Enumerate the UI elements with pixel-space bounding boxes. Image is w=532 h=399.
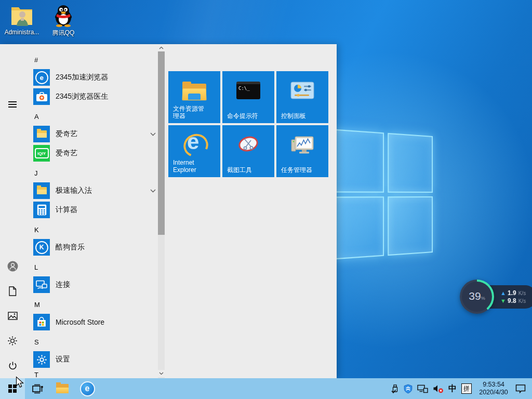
usb-device-icon[interactable] (391, 384, 399, 394)
app-list-folder-jisu-ime[interactable]: 极速输入法 (33, 182, 158, 199)
documents-button[interactable] (0, 283, 25, 299)
taskbar-browser-button[interactable]: e (75, 378, 100, 399)
app-list-section[interactable]: S (34, 338, 158, 346)
taskbar-file-explorer-button[interactable] (50, 378, 75, 399)
app-list-item-kugou[interactable]: K 酷狗音乐 (33, 239, 158, 256)
tile-control-panel[interactable]: 控制面板 (276, 71, 328, 123)
chevron-down-icon[interactable] (150, 189, 156, 193)
2345-doctor-icon (33, 88, 50, 105)
browser-e-icon: e (80, 381, 95, 396)
chevron-up-icon (159, 46, 164, 49)
desktop-icons: Administra... 腾讯QQ (2, 4, 83, 37)
taskbar-clock[interactable]: 9:53:54 2020/4/30 (476, 381, 511, 396)
section-letter: J (34, 169, 38, 177)
power-button[interactable] (0, 357, 25, 374)
app-list-section[interactable]: A (34, 112, 158, 121)
taskbar: e 中 拼 9 (0, 378, 532, 399)
section-letter: A (34, 113, 39, 121)
app-list-item-settings[interactable]: 设置 (33, 351, 158, 368)
desktop-icon-administrator[interactable]: Administra... (2, 4, 42, 37)
ime-mode-indicator[interactable]: 拼 (461, 383, 472, 394)
app-list-section[interactable]: K (34, 225, 158, 234)
command-prompt-icon: C:\_ (222, 82, 274, 99)
internet-explorer-icon: e (168, 131, 220, 156)
settings-rail-button[interactable] (0, 332, 25, 349)
app-list-section[interactable]: J (34, 169, 158, 177)
desktop-icon-label: 腾讯QQ (52, 29, 75, 37)
section-letter: K (34, 226, 39, 234)
pictures-icon (8, 312, 18, 320)
download-unit: K/s (518, 298, 526, 304)
chevron-down-icon[interactable] (150, 132, 156, 136)
upload-speed-row: ▲ 1.9 K/s (500, 289, 532, 297)
tile-internet-explorer[interactable]: e Internet Explorer (168, 125, 220, 177)
logo-pane (388, 196, 433, 256)
mouse-cursor (16, 376, 25, 390)
app-list-scrollbar[interactable] (158, 44, 165, 378)
folder-group-icon (33, 182, 50, 199)
upload-arrow-icon: ▲ (500, 290, 506, 296)
scroll-down-button[interactable] (158, 370, 165, 377)
section-letter: M (34, 301, 40, 309)
settings-app-icon (33, 351, 50, 368)
tile-command-prompt[interactable]: C:\_ 命令提示符 (222, 71, 274, 123)
download-value: 9.8 (508, 297, 516, 304)
logo-pane (332, 196, 383, 260)
app-list-item-iqiyi[interactable]: iQIY 爱奇艺 (33, 145, 158, 162)
qq-penguin-icon (51, 4, 75, 27)
app-list-item-connect[interactable]: 连接 (33, 276, 158, 293)
app-list-section[interactable]: M (34, 300, 158, 309)
app-list-item-2345-doctor[interactable]: 2345浏览器医生 (33, 88, 158, 105)
network-icon[interactable] (417, 384, 428, 393)
folder-icon (56, 384, 69, 393)
app-list-section[interactable]: T (34, 370, 158, 378)
user-account-button[interactable] (0, 258, 25, 274)
app-list-item-calculator[interactable]: 计算器 (33, 202, 158, 218)
pictures-button[interactable] (0, 308, 25, 324)
section-letter: L (34, 263, 38, 271)
security-shield-icon[interactable] (404, 384, 413, 394)
action-center-icon[interactable] (515, 384, 526, 393)
app-list-folder-iqiyi[interactable]: 爱奇艺 (33, 126, 158, 142)
ime-language-indicator[interactable]: 中 (448, 383, 457, 394)
app-list-section[interactable]: L (34, 263, 158, 271)
app-list-item-microsoft-store[interactable]: Microsoft Store (33, 314, 158, 330)
wallpaper-windows-logo (332, 129, 433, 259)
upload-value: 1.9 (508, 289, 516, 297)
expand-menu-button[interactable] (0, 96, 25, 113)
upload-unit: K/s (518, 290, 526, 296)
kugou-icon: K (33, 239, 50, 256)
scrollbar-thumb[interactable] (158, 51, 165, 235)
app-list-item-2345-browser[interactable]: e 2345加速浏览器 (33, 69, 158, 86)
app-list-section[interactable]: # (34, 56, 158, 64)
microsoft-store-icon (33, 314, 50, 330)
download-speed-row: ▼ 9.8 K/s (500, 297, 532, 304)
tile-task-manager[interactable]: 任务管理器 (276, 125, 328, 177)
iqiyi-icon: iQIY (33, 145, 50, 162)
folder-group-icon (33, 126, 50, 142)
user-folder-icon (9, 4, 34, 27)
desktop-icon-qq[interactable]: 腾讯QQ (44, 4, 83, 37)
clock-time: 9:53:54 (476, 381, 511, 389)
logo-pane (332, 129, 383, 192)
task-view-button[interactable] (25, 378, 50, 399)
start-menu-panel: # e 2345加速浏览器 2345浏览器医生 A (0, 44, 337, 378)
download-arrow-icon: ▼ (500, 298, 506, 304)
section-letter: S (34, 338, 39, 346)
tile-file-explorer[interactable]: 文件资源管理器 (168, 71, 220, 123)
snipping-tool-icon (222, 136, 274, 152)
section-letter: T (34, 371, 38, 379)
task-manager-icon (276, 136, 328, 155)
scroll-up-button[interactable] (158, 44, 165, 51)
connect-icon (33, 276, 50, 293)
control-panel-icon (276, 82, 328, 99)
hamburger-icon (8, 101, 17, 108)
app-list: # e 2345加速浏览器 2345浏览器医生 A (33, 44, 158, 378)
usage-percent: 39 (469, 290, 481, 301)
usage-ring: 39 % (460, 280, 494, 314)
volume-muted-icon[interactable] (433, 384, 444, 393)
tile-snipping-tool[interactable]: 截图工具 (222, 125, 274, 177)
2345-browser-icon: e (33, 69, 50, 86)
gear-icon (7, 336, 18, 346)
desktop-icon-label: Administra... (5, 29, 39, 36)
